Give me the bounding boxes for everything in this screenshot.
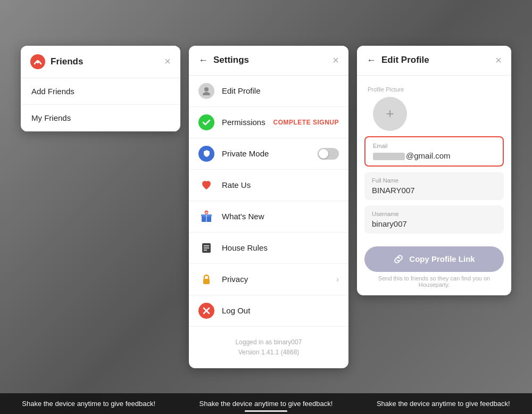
email-domain: @gmail.com xyxy=(406,151,451,160)
copy-profile-hint: Send this to friends so they can find yo… xyxy=(357,275,511,295)
check-icon xyxy=(202,118,211,127)
edit-profile-icon xyxy=(198,83,214,99)
edit-profile-feedback-text: Shake the device anytime to give feedbac… xyxy=(377,400,510,408)
full-name-field-group[interactable]: Full Name BINARY007 xyxy=(364,172,504,200)
settings-footer-line2: Version 1.41.1 (4868) xyxy=(200,347,338,358)
username-field-value: binary007 xyxy=(372,219,496,228)
panels-container: Friends × Add Friends My Friends ← Setti… xyxy=(10,30,522,384)
profile-pic-section: Profile Picture + xyxy=(357,76,511,136)
log-out-label: Log Out xyxy=(222,306,339,315)
edit-profile-label: Edit Profile xyxy=(222,86,339,95)
email-blur-mask xyxy=(373,153,405,160)
edit-profile-close-button[interactable]: × xyxy=(495,54,502,67)
settings-menu-list: Edit Profile Permissions COMPLETE SIGNUP xyxy=(189,76,348,327)
logout-icon xyxy=(198,303,214,319)
x-circle-icon xyxy=(198,303,214,319)
edit-profile-title: Edit Profile xyxy=(381,55,429,65)
settings-panel: ← Settings × Edit Profile xyxy=(189,46,348,368)
shield-icon xyxy=(202,149,211,158)
bottom-bars-container: Shake the device anytime to give feedbac… xyxy=(0,393,532,414)
add-friends-item[interactable]: Add Friends xyxy=(21,78,180,105)
svg-point-1 xyxy=(36,60,39,63)
username-field-group[interactable]: Username binary007 xyxy=(364,205,504,234)
profile-picture-button[interactable]: + xyxy=(373,97,407,131)
settings-footer: Logged in as binary007 Version 1.41.1 (4… xyxy=(189,327,348,368)
friends-bottom-bar: Shake the device anytime to give feedbac… xyxy=(0,393,177,414)
friends-panel: Friends × Add Friends My Friends xyxy=(21,46,180,131)
full-name-field-label: Full Name xyxy=(372,177,496,184)
permissions-label: Permissions xyxy=(222,118,265,127)
edit-profile-header: ← Edit Profile × xyxy=(357,46,511,76)
svg-rect-5 xyxy=(206,214,207,222)
settings-log-out-item[interactable]: Log Out xyxy=(189,295,348,327)
edit-profile-home-indicator xyxy=(245,410,287,412)
profile-picture-label: Profile Picture xyxy=(368,86,404,93)
friends-menu-list: Add Friends My Friends xyxy=(21,78,180,131)
profile-pic-row: + xyxy=(368,97,407,131)
edit-profile-panel: ← Edit Profile × Profile Picture + Email… xyxy=(357,46,511,295)
my-friends-label: My Friends xyxy=(31,113,71,122)
settings-permissions-item[interactable]: Permissions COMPLETE SIGNUP xyxy=(189,107,348,138)
houseparty-logo-icon xyxy=(30,54,45,69)
settings-footer-line1: Logged in as binary007 xyxy=(200,337,338,347)
edit-profile-back-button[interactable]: ← xyxy=(367,55,376,66)
settings-rate-us-item[interactable]: Rate Us xyxy=(189,170,348,201)
friends-panel-title: Friends xyxy=(51,56,83,67)
whats-new-label: What's New xyxy=(222,212,339,221)
settings-close-button[interactable]: × xyxy=(332,54,339,67)
privacy-chevron-icon: › xyxy=(336,275,339,284)
privacy-icon xyxy=(198,271,214,287)
email-field-label: Email xyxy=(373,143,495,149)
settings-back-button[interactable]: ← xyxy=(198,55,208,66)
settings-feedback-text: Shake the device anytime to give feedbac… xyxy=(200,400,333,408)
house-rules-label: House Rules xyxy=(222,243,339,252)
settings-panel-header: ← Settings × xyxy=(189,46,348,76)
private-mode-icon xyxy=(198,146,214,162)
settings-whats-new-item[interactable]: What's New xyxy=(189,201,348,233)
settings-header-left: ← Settings xyxy=(198,55,249,66)
svg-point-2 xyxy=(204,87,209,92)
full-name-field-value: BINARY007 xyxy=(372,186,496,195)
settings-house-rules-item[interactable]: House Rules xyxy=(189,233,348,264)
rate-us-label: Rate Us xyxy=(222,180,339,189)
gift-icon xyxy=(199,209,214,224)
house-rules-icon xyxy=(198,240,214,256)
friends-close-button[interactable]: × xyxy=(164,55,171,68)
friends-header-left: Friends xyxy=(30,54,83,69)
copy-profile-link-button[interactable]: Copy Profile Link xyxy=(364,246,504,272)
list-icon xyxy=(199,241,214,255)
complete-signup-badge: COMPLETE SIGNUP xyxy=(273,119,339,126)
link-icon xyxy=(393,254,404,264)
whats-new-icon xyxy=(198,209,214,225)
heart-icon xyxy=(199,178,214,193)
rate-us-icon xyxy=(198,177,214,193)
username-field-label: Username xyxy=(372,211,496,217)
edit-profile-bottom-bar: Shake the device anytime to give feedbac… xyxy=(355,393,532,414)
edit-profile-header-left: ← Edit Profile xyxy=(367,55,429,66)
email-field-value: @gmail.com xyxy=(373,151,495,160)
friends-feedback-text: Shake the device anytime to give feedbac… xyxy=(22,400,155,408)
add-friends-label: Add Friends xyxy=(31,87,74,96)
private-mode-toggle[interactable] xyxy=(318,148,339,160)
permissions-icon xyxy=(198,114,214,130)
person-icon xyxy=(202,86,211,96)
friends-panel-header: Friends × xyxy=(21,46,180,78)
my-friends-item[interactable]: My Friends xyxy=(21,105,180,131)
privacy-label: Privacy xyxy=(222,275,329,284)
copy-profile-btn-label: Copy Profile Link xyxy=(409,254,475,263)
profile-picture-plus-icon: + xyxy=(386,105,394,122)
email-field-group[interactable]: Email @gmail.com xyxy=(364,136,504,167)
settings-panel-title: Settings xyxy=(213,55,249,65)
settings-private-mode-item[interactable]: Private Mode xyxy=(189,138,348,170)
settings-privacy-item[interactable]: Privacy › xyxy=(189,264,348,295)
settings-edit-profile-item[interactable]: Edit Profile xyxy=(189,76,348,107)
private-mode-label: Private Mode xyxy=(222,149,310,158)
lock-icon xyxy=(199,272,214,287)
svg-rect-10 xyxy=(203,279,210,284)
